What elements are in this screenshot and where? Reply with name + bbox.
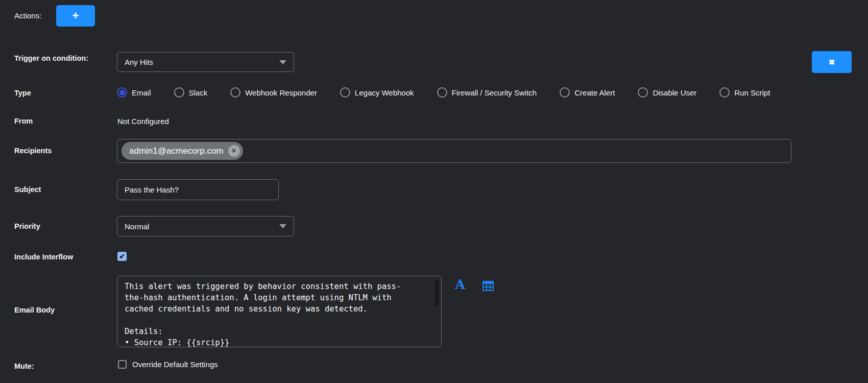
radio-icon [437, 87, 447, 98]
type-option-label: Create Alert [574, 88, 615, 97]
insert-table-icon[interactable] [483, 281, 494, 293]
from-label: From [14, 117, 33, 125]
type-option-legacy-webhook[interactable]: Legacy Webhook [340, 87, 414, 98]
actions-label: Actions: [14, 11, 41, 20]
include-interflow-label: Include Interflow [14, 253, 73, 261]
add-action-button[interactable]: + [56, 5, 95, 27]
chevron-down-icon [279, 224, 286, 228]
radio-icon [638, 87, 648, 98]
mute-override-option[interactable]: Override Default Settings [118, 360, 218, 369]
type-option-label: Run Script [734, 88, 770, 97]
recipients-label: Recipients [14, 147, 52, 155]
type-label: Type [14, 89, 31, 97]
override-default-settings-checkbox[interactable] [118, 360, 127, 369]
type-option-label: Webhook Responder [245, 88, 317, 97]
remove-recipient-icon[interactable]: ✕ [228, 145, 240, 157]
mute-label: Mute: [14, 362, 34, 370]
subject-label: Subject [14, 185, 41, 194]
type-option-label: Legacy Webhook [355, 88, 414, 97]
type-option-webhook-responder[interactable]: Webhook Responder [230, 87, 317, 98]
trigger-condition-value: Any Hits [125, 58, 153, 66]
type-option-email[interactable]: Email [117, 87, 151, 98]
recipient-chip: admin1@acmecorp.com✕ [122, 142, 243, 160]
trigger-condition-select[interactable]: Any Hits [117, 52, 294, 72]
table-grid-glyph [483, 281, 494, 291]
type-option-label: Slack [189, 88, 208, 97]
font-format-icon[interactable]: A [455, 278, 465, 291]
recipient-email: admin1@acmecorp.com [129, 146, 224, 156]
email-body-label: Email Body [14, 306, 55, 314]
chevron-down-icon [279, 60, 286, 64]
remove-action-button[interactable]: ✖ [812, 51, 852, 73]
checkmark-icon: ✔ [119, 252, 125, 260]
override-default-settings-label: Override Default Settings [132, 360, 218, 369]
type-option-slack[interactable]: Slack [174, 87, 208, 98]
radio-icon [230, 87, 240, 98]
type-option-create-alert[interactable]: Create Alert [560, 87, 615, 98]
plus-icon: + [73, 9, 79, 22]
email-body-textarea[interactable]: This alert was triggered by behavior con… [117, 276, 442, 347]
type-option-firewall-security-switch[interactable]: Firewall / Security Switch [437, 87, 537, 98]
type-option-disable-user[interactable]: Disable User [638, 87, 696, 98]
subject-value: Pass the Hash? [125, 185, 179, 194]
priority-label: Priority [14, 222, 40, 230]
radio-selected-icon [117, 87, 127, 98]
type-radio-group: EmailSlackWebhook ResponderLegacy Webhoo… [117, 87, 770, 98]
priority-value: Normal [125, 222, 149, 231]
scrollbar-thumb[interactable] [435, 280, 439, 306]
radio-icon [340, 87, 350, 98]
type-option-label: Firewall / Security Switch [452, 88, 537, 97]
subject-input[interactable]: Pass the Hash? [117, 179, 279, 200]
trigger-condition-label: Trigger on condition: [14, 54, 88, 62]
include-interflow-checkbox[interactable]: ✔ [117, 252, 127, 261]
type-option-run-script[interactable]: Run Script [719, 87, 770, 98]
type-option-label: Email [132, 88, 151, 97]
radio-icon [719, 87, 730, 98]
email-body-text: This alert was triggered by behavior con… [117, 276, 441, 347]
type-option-label: Disable User [653, 88, 696, 97]
from-value: Not Configured [117, 117, 169, 126]
radio-icon [174, 87, 184, 98]
close-icon: ✖ [829, 58, 835, 67]
radio-icon [560, 87, 570, 98]
priority-select[interactable]: Normal [117, 216, 294, 236]
recipients-input[interactable]: admin1@acmecorp.com✕ [117, 139, 791, 163]
